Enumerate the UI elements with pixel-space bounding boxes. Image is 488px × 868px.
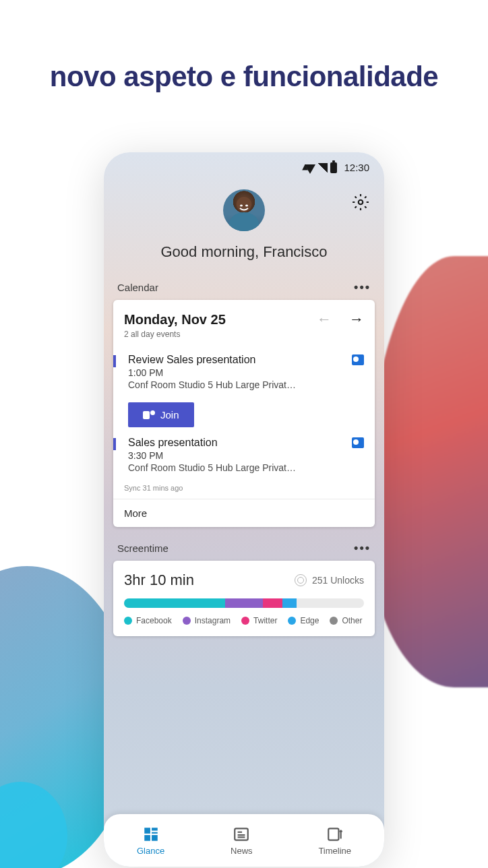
- legend-item: Edge: [288, 616, 319, 625]
- svg-point-1: [229, 212, 259, 231]
- sync-text: Sync 31 mins ago: [113, 478, 375, 499]
- screentime-unlocks: 251 Unlocks: [295, 574, 364, 586]
- glance-icon: [142, 826, 160, 843]
- settings-button[interactable]: [352, 193, 369, 211]
- fingerprint-icon: [295, 574, 307, 586]
- calendar-subtitle: 2 all day events: [113, 330, 375, 348]
- unlocks-text: 251 Unlocks: [312, 575, 364, 586]
- calendar-next-button[interactable]: →: [349, 311, 364, 328]
- header-row: [104, 177, 384, 238]
- outlook-icon: [352, 354, 364, 365]
- calendar-prev-button[interactable]: ←: [317, 311, 332, 328]
- svg-rect-15: [328, 828, 338, 840]
- nav-news[interactable]: News: [231, 826, 253, 856]
- calendar-more-icon[interactable]: •••: [354, 281, 371, 293]
- decorative-blob-right: [367, 256, 488, 687]
- calendar-more-button[interactable]: More: [113, 499, 375, 527]
- segment-twitter: [263, 598, 282, 608]
- outlook-icon: [352, 437, 364, 448]
- nav-timeline[interactable]: Timeline: [318, 826, 351, 856]
- svg-point-5: [359, 200, 363, 205]
- avatar[interactable]: [223, 189, 265, 231]
- nav-timeline-label: Timeline: [318, 846, 351, 856]
- svg-rect-10: [152, 835, 158, 841]
- screentime-section-title: Screentime: [117, 542, 169, 554]
- legend-dot-icon: [330, 617, 338, 625]
- wifi-icon: ▼: [305, 164, 315, 174]
- svg-point-3: [240, 205, 243, 207]
- legend-item: Instagram: [183, 616, 231, 625]
- calendar-section-title: Calendar: [117, 282, 158, 293]
- legend-item: Facebook: [124, 616, 172, 625]
- legend-dot-icon: [288, 617, 296, 625]
- screentime-total: 3hr 10 min: [124, 571, 194, 589]
- calendar-card: Monday, Nov 25 ← → 2 all day events Revi…: [113, 300, 375, 527]
- greeting-text: Good morning, Francisco: [104, 238, 384, 281]
- segment-edge: [282, 598, 297, 608]
- event-title: Review Sales presentation: [128, 354, 255, 366]
- nav-news-label: News: [231, 846, 253, 856]
- screentime-card: 3hr 10 min 251 Unlocks Facebook Instagra…: [113, 561, 375, 636]
- legend-item: Twitter: [241, 616, 277, 625]
- legend-dot-icon: [241, 617, 249, 625]
- screentime-more-icon[interactable]: •••: [354, 542, 371, 554]
- news-icon: [233, 826, 250, 843]
- screentime-section: Screentime ••• 3hr 10 min 251 Unlocks Fa…: [104, 542, 384, 636]
- legend-item: Other: [330, 616, 362, 625]
- phone-frame: ▼ 12:30 Good morning, Francisco Calendar…: [104, 152, 384, 867]
- event-location: Conf Room Studio 5 Hub Large Privat…: [128, 462, 357, 473]
- segment-facebook: [124, 598, 225, 608]
- svg-rect-9: [144, 835, 150, 841]
- status-bar: ▼ 12:30: [104, 152, 384, 177]
- battery-icon: [330, 162, 337, 173]
- legend-dot-icon: [124, 617, 132, 625]
- calendar-event[interactable]: Review Sales presentation 1:00 PM Conf R…: [113, 348, 375, 396]
- svg-rect-7: [152, 828, 158, 830]
- calendar-date: Monday, Nov 25: [124, 312, 226, 328]
- event-time: 1:00 PM: [128, 367, 364, 378]
- teams-icon: [143, 410, 155, 420]
- join-button[interactable]: Join: [128, 402, 194, 427]
- calendar-event[interactable]: Sales presentation 3:30 PM Conf Room Stu…: [113, 431, 375, 478]
- event-time: 3:30 PM: [128, 450, 364, 461]
- nav-glance[interactable]: Glance: [137, 826, 164, 856]
- event-title: Sales presentation: [128, 437, 218, 449]
- screentime-bar: [124, 598, 364, 608]
- event-location: Conf Room Studio 5 Hub Large Privat…: [128, 379, 357, 390]
- svg-rect-8: [152, 832, 158, 833]
- timeline-icon: [326, 826, 344, 843]
- bottom-nav: Glance News Timeline: [104, 814, 384, 867]
- segment-instagram: [225, 598, 264, 608]
- status-time: 12:30: [344, 162, 369, 173]
- nav-glance-label: Glance: [137, 846, 164, 856]
- join-label: Join: [160, 409, 179, 421]
- signal-icon: [318, 163, 328, 173]
- screentime-legend: Facebook Instagram Twitter Edge Other: [124, 616, 364, 625]
- calendar-section: Calendar ••• Monday, Nov 25 ← → 2 all da…: [104, 281, 384, 527]
- page-headline: novo aspeto e funcionalidade: [0, 0, 488, 120]
- svg-point-4: [245, 205, 248, 207]
- legend-dot-icon: [183, 617, 191, 625]
- svg-rect-6: [144, 828, 150, 834]
